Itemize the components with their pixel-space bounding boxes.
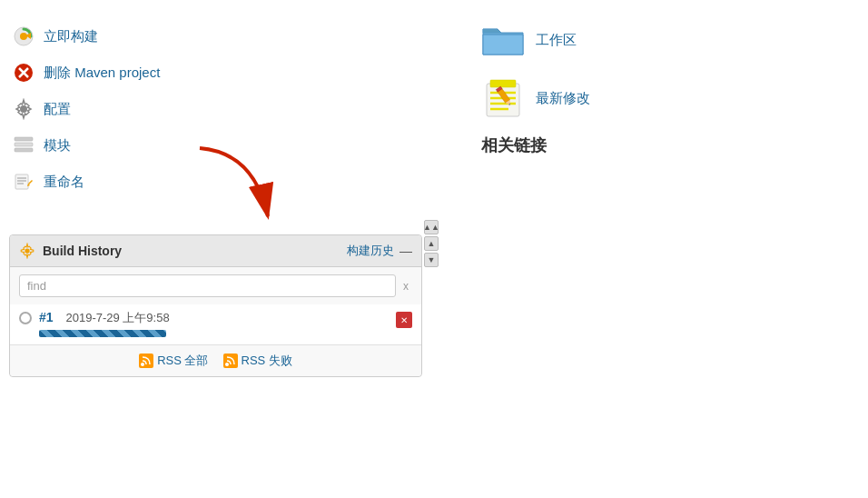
build-timestamp: 2019-7-29 上午9:58: [65, 311, 169, 324]
modules-label: 模块: [44, 137, 71, 154]
menu-item-rename[interactable]: 重命名: [9, 164, 445, 200]
search-input[interactable]: [19, 274, 396, 297]
scrollbar-area: ▲▲ ▲ ▼: [422, 216, 440, 271]
latest-changes-item: 最新修改: [481, 76, 859, 120]
panel-wrapper: Build History 构建历史 — x: [9, 216, 445, 377]
scroll-up-top-button[interactable]: ▲▲: [424, 220, 439, 234]
svg-rect-18: [487, 84, 519, 116]
svg-rect-9: [15, 148, 33, 152]
svg-rect-7: [15, 137, 33, 141]
build-history-title: Build History: [43, 244, 122, 258]
workspace-link[interactable]: 工作区: [536, 32, 577, 49]
gear-icon: [19, 243, 35, 259]
left-panel: 立即构建 删除 Maven project 配置: [9, 18, 445, 377]
scroll-up-button[interactable]: ▲: [424, 236, 439, 251]
rename-icon: [13, 171, 35, 193]
build-now-label: 立即构建: [44, 28, 98, 45]
configure-icon: [13, 98, 35, 120]
rename-label: 重命名: [44, 174, 84, 191]
rss-all-link[interactable]: RSS 全部: [139, 353, 208, 369]
build-status-indicator: [19, 312, 32, 324]
build-history-section: Build History 构建历史 — x: [9, 216, 445, 377]
menu-item-build-now[interactable]: 立即构建: [9, 18, 445, 55]
build-delete-button[interactable]: [396, 312, 412, 328]
search-clear-button[interactable]: x: [399, 280, 412, 293]
build-now-icon: [13, 25, 35, 47]
build-info: #1 2019-7-29 上午9:58: [39, 310, 412, 337]
build-history-title-group: Build History: [19, 243, 122, 259]
rss-footer: RSS 全部 RSS 失败: [10, 344, 421, 376]
build-history-panel: Build History 构建历史 — x: [9, 234, 422, 377]
svg-rect-10: [15, 174, 28, 189]
build-history-header: Build History 构建历史 —: [10, 235, 421, 267]
svg-point-2: [20, 33, 27, 40]
rss-all-icon: [139, 354, 153, 368]
svg-point-17: [225, 363, 229, 366]
search-row: x: [10, 267, 421, 304]
svg-point-16: [141, 363, 144, 366]
rss-fail-label: RSS 失败: [242, 353, 292, 369]
latest-changes-icon: [481, 76, 525, 120]
rss-fail-link[interactable]: RSS 失败: [223, 353, 292, 369]
workspace-icon: [481, 18, 525, 62]
collapse-button[interactable]: —: [399, 244, 412, 258]
scroll-down-button[interactable]: ▼: [424, 253, 439, 267]
svg-rect-23: [490, 80, 516, 87]
rss-fail-icon: [223, 354, 238, 368]
build-progress-bar: [39, 330, 166, 337]
build-history-link[interactable]: 构建历史: [347, 243, 394, 259]
menu-item-delete[interactable]: 删除 Maven project: [9, 55, 445, 91]
configure-label: 配置: [44, 101, 71, 118]
build-entry: #1 2019-7-29 上午9:58: [10, 304, 421, 344]
build-history-right: 构建历史 —: [347, 243, 412, 259]
build-number-link[interactable]: #1: [39, 310, 54, 324]
main-container: 立即构建 删除 Maven project 配置: [0, 0, 868, 395]
svg-point-15: [25, 248, 29, 253]
right-panel: 工作区: [445, 18, 859, 377]
rss-all-label: RSS 全部: [157, 353, 208, 369]
menu-item-configure[interactable]: 配置: [9, 91, 445, 127]
svg-point-6: [20, 105, 27, 113]
delete-icon: [13, 62, 35, 84]
delete-label: 删除 Maven project: [44, 65, 160, 82]
svg-rect-8: [15, 143, 33, 146]
menu-item-modules[interactable]: 模块: [9, 127, 445, 164]
workspace-item: 工作区: [481, 18, 859, 62]
section-title: 相关链接: [481, 134, 859, 156]
latest-changes-link[interactable]: 最新修改: [536, 90, 590, 107]
modules-icon: [13, 134, 35, 156]
